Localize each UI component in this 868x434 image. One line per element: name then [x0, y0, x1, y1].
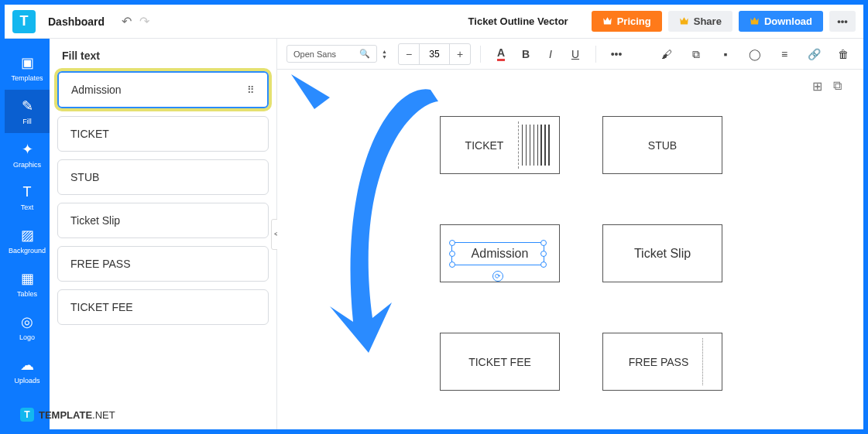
nav-uploads[interactable]: ☁Uploads	[5, 349, 50, 392]
underline-button[interactable]: U	[564, 43, 586, 65]
decrease-size-button[interactable]: −	[399, 44, 419, 64]
pricing-label: Pricing	[617, 15, 651, 27]
trash-icon[interactable]: 🗑	[832, 43, 854, 65]
format-bar: Open Sans 🔍 ▲▼ − + A B I U ••• 🖌 ⧉	[277, 39, 863, 70]
resize-handle[interactable]	[449, 261, 455, 268]
nav-label: Graphics	[13, 161, 41, 169]
watermark-text: TEMPLATE.NET	[39, 409, 115, 421]
graphics-icon: ✦	[22, 141, 33, 158]
top-bar: T Dashboard ↶ ↷ Ticket Outline Vector Pr…	[5, 5, 863, 39]
drag-handle-icon[interactable]: ⠿	[247, 84, 255, 96]
ticket-item[interactable]: Ticket Slip	[602, 224, 722, 282]
nav-label: Fill	[22, 118, 32, 125]
main-area: ▣Templates ✎Fill ✦Graphics TText ▨Backgr…	[5, 39, 863, 429]
pricing-button[interactable]: Pricing	[592, 11, 662, 32]
divider	[480, 46, 481, 63]
nav-logo[interactable]: ◎Logo	[5, 306, 50, 349]
ticket-item[interactable]: FREE PASS	[602, 333, 722, 391]
ticket-label: FREE PASS	[629, 356, 689, 368]
fill-item-free-pass[interactable]: FREE PASS	[57, 246, 269, 282]
ticket-divider	[518, 121, 519, 169]
nav-background[interactable]: ▨Background	[5, 219, 50, 262]
increase-size-button[interactable]: +	[450, 44, 470, 64]
font-size-input[interactable]	[419, 44, 450, 64]
dashboard-title[interactable]: Dashboard	[48, 15, 105, 28]
layers-icon[interactable]: ▪	[715, 43, 736, 65]
text-color-icon: A	[497, 47, 505, 61]
nav-label: Tables	[17, 290, 37, 298]
ticket-label: TICKET	[465, 139, 504, 152]
logo-icon[interactable]: T	[12, 10, 36, 33]
canvas-page[interactable]: TICKET STUB ⟳	[339, 93, 819, 425]
resize-handle[interactable]	[540, 261, 547, 268]
copy-icon[interactable]: ⧉	[685, 43, 707, 65]
ticket-item[interactable]: TICKET FEE	[440, 333, 560, 391]
nav-tables[interactable]: ▦Tables	[5, 262, 50, 306]
align-icon[interactable]: ≡	[774, 43, 795, 65]
resize-handle[interactable]	[540, 251, 547, 257]
fill-item-admission[interactable]: Admission ⠿	[57, 71, 269, 108]
page-actions: ⊞ ⧉	[812, 79, 842, 94]
resize-handle[interactable]	[449, 240, 455, 246]
nav-label: Logo	[19, 333, 35, 341]
fill-item-label: FREE PASS	[70, 258, 131, 270]
font-size-group: − +	[398, 43, 471, 65]
ticket-item[interactable]: TICKET	[440, 116, 560, 174]
ticket-divider	[702, 338, 703, 385]
download-button[interactable]: Download	[739, 11, 823, 32]
more-format-button[interactable]: •••	[606, 43, 627, 65]
selection-box[interactable]: ⟳	[451, 242, 544, 265]
font-name: Open Sans	[293, 50, 336, 59]
templates-icon: ▣	[21, 54, 34, 71]
font-stepper[interactable]: ▲▼	[382, 49, 387, 60]
ticket-item[interactable]: ⟳ Admission	[440, 224, 560, 282]
nav-templates[interactable]: ▣Templates	[5, 46, 50, 90]
font-select[interactable]: Open Sans 🔍	[286, 45, 377, 63]
search-icon: 🔍	[359, 49, 370, 59]
resize-handle[interactable]	[449, 251, 455, 257]
share-button[interactable]: Share	[668, 11, 732, 32]
nav-text[interactable]: TText	[5, 176, 50, 219]
watermark: T TEMPLATE.NET	[20, 408, 115, 422]
undo-button[interactable]: ↶	[122, 14, 132, 29]
fill-item-ticket[interactable]: TICKET	[57, 116, 269, 152]
background-icon: ▨	[21, 227, 34, 244]
document-title[interactable]: Ticket Outline Vector	[468, 15, 568, 27]
bold-button[interactable]: B	[515, 43, 537, 65]
side-panel: Fill text Admission ⠿ TICKET STUB Ticket…	[50, 39, 277, 429]
fill-icon: ✎	[22, 97, 33, 114]
undo-redo-group: ↶ ↷	[122, 14, 149, 29]
fill-item-label: TICKET FEE	[70, 301, 133, 313]
duplicate-page-icon[interactable]: ⧉	[833, 79, 842, 94]
barcode-icon	[522, 125, 551, 166]
nav-fill[interactable]: ✎Fill	[5, 90, 50, 133]
tables-icon: ▦	[21, 270, 34, 287]
text-color-button[interactable]: A	[490, 43, 512, 65]
nav-label: Text	[21, 203, 34, 211]
nav-label: Background	[9, 247, 46, 255]
redo-button[interactable]: ↷	[139, 14, 149, 29]
logo-icon: T	[20, 408, 34, 422]
canvas-area: Open Sans 🔍 ▲▼ − + A B I U ••• 🖌 ⧉	[277, 39, 863, 429]
crown-icon	[679, 17, 689, 26]
fill-item-label: Ticket Slip	[70, 214, 120, 227]
text-icon: T	[23, 184, 32, 200]
fill-item-stub[interactable]: STUB	[57, 159, 269, 195]
fill-item-ticket-fee[interactable]: TICKET FEE	[57, 289, 269, 325]
more-button[interactable]: •••	[829, 11, 856, 32]
nav-graphics[interactable]: ✦Graphics	[5, 133, 50, 176]
add-page-icon[interactable]: ⊞	[812, 79, 822, 94]
logo-nav-icon: ◎	[21, 313, 33, 330]
ticket-label: Ticket Slip	[634, 247, 691, 261]
top-buttons: Pricing Share Download •••	[592, 11, 856, 32]
italic-button[interactable]: I	[540, 43, 561, 65]
opacity-icon[interactable]: ◯	[744, 43, 766, 65]
fill-item-ticket-slip[interactable]: Ticket Slip	[57, 203, 269, 238]
resize-handle[interactable]	[540, 240, 547, 246]
ticket-label: TICKET FEE	[468, 356, 531, 368]
link-icon[interactable]: 🔗	[803, 43, 825, 65]
panel-title: Fill text	[57, 50, 269, 62]
ticket-item[interactable]: STUB	[602, 116, 722, 174]
rotate-handle[interactable]: ⟳	[492, 271, 503, 282]
paint-roller-icon[interactable]: 🖌	[656, 43, 678, 65]
